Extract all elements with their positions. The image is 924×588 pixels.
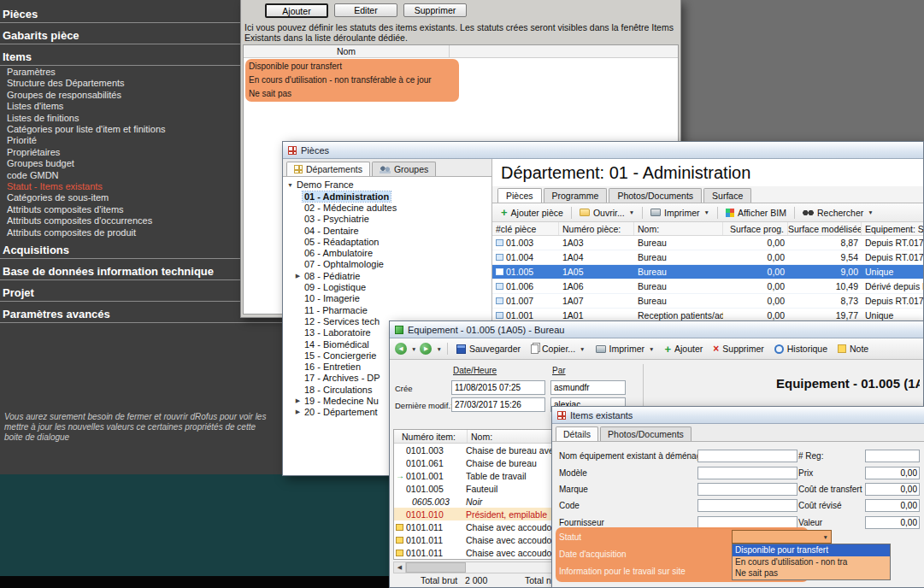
scrollbar-thumb[interactable]: [406, 562, 466, 573]
column-header-equipement-sta[interactable]: Equipement: Sta: [862, 222, 923, 235]
tab-groupes[interactable]: Groupes: [372, 162, 436, 176]
toolbar-separator: [571, 207, 572, 219]
column-header-surface-prog[interactable]: Surface prog.: [723, 222, 788, 235]
brand-field[interactable]: [697, 483, 797, 496]
table-row[interactable]: 01.0041A04Bureau0,009,54Depuis RT.017: [492, 250, 923, 265]
tree-item-05-readaptation[interactable]: 05 - Réadaptation: [283, 236, 491, 247]
forward-button[interactable]: ▶: [420, 343, 432, 355]
column-header-numero-item[interactable]: Numéro item:: [394, 430, 468, 443]
table-row[interactable]: 01.0071A07Bureau0,008,73Depuis RT.017: [492, 294, 923, 309]
status-row[interactable]: Ne sait pas: [245, 87, 459, 101]
tab-pieces[interactable]: Pièces: [497, 188, 542, 203]
modified-label: Dernière modif.:: [395, 401, 453, 410]
table-row[interactable]: 01.0031A03Bureau0,008,87Depuis RT.017: [492, 236, 923, 250]
add-button[interactable]: + Ajouter: [661, 342, 706, 356]
table-row[interactable]: 01.0051A05Bureau0,009,00Unique: [492, 265, 923, 279]
tree-item-label: 13 - Laboratoire: [303, 327, 373, 338]
chevron-down-icon[interactable]: ▼: [411, 346, 416, 352]
tree-item-07-ophtalmologie[interactable]: 07 - Ophtalmologie: [283, 259, 491, 270]
tree-item-label: 17 - Archives - DP: [303, 373, 382, 383]
delete-status-button[interactable]: Supprimer: [403, 3, 467, 17]
created-by-field[interactable]: [550, 380, 626, 395]
cell: 1A07: [559, 294, 634, 308]
expand-icon[interactable]: ▶: [293, 273, 303, 279]
history-button[interactable]: Historique: [771, 342, 831, 356]
tree-item-04-dentaire[interactable]: 04 - Dentaire: [283, 225, 491, 236]
tab-photos-documents[interactable]: Photos/Documents: [600, 426, 692, 441]
scroll-left-icon[interactable]: ◀: [394, 562, 406, 573]
print-button[interactable]: Imprimer ▼: [647, 206, 713, 220]
tree-item-02-medecine-adultes[interactable]: 02 - Médecine adultes: [283, 202, 491, 213]
taskbar-strip: [0, 576, 389, 588]
tree-item-01-administration[interactable]: 01 - Administration: [283, 191, 491, 202]
tree-item-09-logistique[interactable]: 09 - Logistique: [283, 281, 491, 292]
delete-button[interactable]: × Supprimer: [709, 342, 767, 356]
pieces-table-header: #clé pièceNuméro pièce:Nom:Surface prog.…: [492, 222, 923, 236]
form-row: Prix: [798, 464, 923, 480]
column-header-surface-modelisee[interactable]: Surface modélisée: [788, 222, 862, 235]
status-row[interactable]: En cours d'utilisation - non transférabl…: [245, 74, 459, 87]
cell: 01.007: [492, 294, 559, 308]
brand-label: Marque: [559, 485, 697, 494]
tab-departements[interactable]: Départements: [286, 162, 370, 176]
cell: 1A04: [559, 250, 634, 264]
existing-name-field[interactable]: [697, 450, 797, 462]
annotation-highlight-statuses: Disponible pour transfert En cours d'uti…: [245, 59, 459, 102]
details-form-left: Nom équipement existant à déménager Modè…: [559, 448, 800, 531]
equipment-window-titlebar[interactable]: Equipement - 01.005 (1A05) - Bureau: [390, 321, 923, 338]
tab-surface[interactable]: Surface: [703, 188, 751, 203]
copy-button[interactable]: Copier... ▼: [527, 342, 589, 356]
code-field[interactable]: [697, 499, 797, 512]
expand-icon[interactable]: ▶: [293, 409, 303, 415]
tree-item-label: 19 - Medecine Nu: [303, 396, 380, 406]
tab-programme[interactable]: Programme: [544, 188, 608, 203]
reg-field[interactable]: [865, 450, 920, 462]
add-status-button[interactable]: Ajouter: [265, 3, 328, 18]
tree-item-08-pediatrie[interactable]: ▶08 - Pédiatrie: [283, 270, 491, 281]
tree-item-11-pharmacie[interactable]: 11 - Pharmacie: [283, 304, 491, 315]
items-window-titlebar[interactable]: Items existants: [552, 407, 924, 424]
plus-icon: +: [501, 209, 508, 216]
tree-root[interactable]: ▼ Demo France: [283, 179, 491, 191]
transfer-cost-field[interactable]: [865, 483, 920, 496]
save-button[interactable]: Sauvegarder: [453, 342, 524, 356]
column-header-numero-piece[interactable]: Numéro pièce:: [559, 222, 634, 235]
tree-item-03-psychiatrie[interactable]: 03 - Psychiatrie: [283, 214, 491, 225]
tree-item-06-ambulatoire[interactable]: 06 - Ambulatoire: [283, 247, 491, 258]
table-row[interactable]: 01.0061A06Bureau0,0010,49Dérivé depuis R: [492, 279, 923, 294]
add-piece-button[interactable]: + Ajouter pièce: [497, 206, 567, 220]
expand-icon[interactable]: ▶: [293, 397, 303, 404]
column-header-cle-piece[interactable]: #clé pièce: [492, 222, 559, 235]
column-divider: [449, 45, 450, 58]
show-bim-button[interactable]: Afficher BIM: [722, 206, 790, 220]
edit-status-button[interactable]: Editer: [334, 3, 397, 17]
chevron-down-icon[interactable]: ▼: [436, 346, 441, 352]
print-button[interactable]: Imprimer ▼: [592, 342, 658, 356]
tree-item-10-imagerie[interactable]: 10 - Imagerie: [283, 293, 491, 304]
search-button[interactable]: Rechercher ▼: [799, 206, 877, 220]
price-field[interactable]: [865, 467, 920, 479]
dropdown-option[interactable]: Ne sait pas: [733, 567, 890, 579]
column-header-nom[interactable]: Nom: [244, 45, 449, 58]
status-row[interactable]: Disponible pour transfert: [245, 60, 459, 74]
open-button[interactable]: Ouvrir... ▼: [576, 206, 638, 220]
collapse-icon[interactable]: ▼: [285, 182, 295, 188]
tab-details[interactable]: Détails: [556, 426, 598, 441]
back-button[interactable]: ◀: [395, 343, 407, 355]
cell: 01.003: [492, 236, 559, 250]
revised-cost-field[interactable]: [865, 499, 920, 512]
value-field[interactable]: [865, 516, 920, 529]
column-header-nom[interactable]: Nom:: [634, 222, 723, 235]
created-date-field[interactable]: [451, 380, 545, 395]
button-label: Imprimer: [664, 208, 699, 218]
status-combobox[interactable]: ▼: [732, 530, 832, 544]
total-brut-value: 2 000: [465, 575, 487, 585]
dialog-description: Ici vous pouvez définir les statuts des …: [244, 23, 677, 43]
tab-photos-documents[interactable]: Photos/Documents: [609, 188, 702, 203]
note-button[interactable]: Note: [834, 342, 872, 356]
modified-date-field[interactable]: [451, 397, 545, 412]
dropdown-option[interactable]: En cours d'utilisation - non tra: [733, 556, 890, 568]
pieces-window-titlebar[interactable]: Pièces: [283, 142, 923, 159]
model-field[interactable]: [697, 467, 797, 479]
dropdown-option[interactable]: Disponible pour transfert: [733, 544, 890, 556]
